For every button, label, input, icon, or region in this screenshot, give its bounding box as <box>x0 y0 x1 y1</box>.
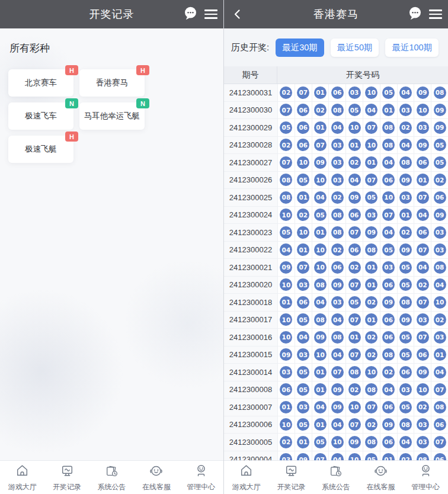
number-cell: 04 <box>312 189 329 206</box>
result-ball: 05 <box>399 331 412 344</box>
result-ball: 03 <box>434 243 446 256</box>
result-ball: 07 <box>365 121 377 134</box>
nav-item-在线客服[interactable]: 在线客服 <box>134 461 178 494</box>
number-cell: 04 <box>328 119 345 136</box>
number-cell: 08 <box>328 207 345 224</box>
number-cell: 09 <box>414 364 431 381</box>
chat-icon[interactable] <box>407 5 423 24</box>
nav-item-管理中心[interactable]: 管理中心 <box>403 461 448 494</box>
menu-icon[interactable] <box>429 9 442 19</box>
result-ball: 10 <box>314 348 327 361</box>
number-cell: 10 <box>277 207 295 224</box>
nav-item-系统公告[interactable]: 系统公告 <box>89 461 134 494</box>
nav-label: 在线客服 <box>142 482 171 492</box>
result-ball: 06 <box>417 156 429 169</box>
nav-item-开奖记录[interactable]: 开奖记录 <box>269 461 314 494</box>
nav-item-游戏大厅[interactable]: 游戏大厅 <box>224 461 269 494</box>
result-ball: 03 <box>297 278 309 291</box>
result-ball: 07 <box>297 261 309 274</box>
nav-item-开奖记录[interactable]: 开奖记录 <box>44 461 89 494</box>
number-cell: 10 <box>345 451 363 461</box>
result-ball: 10 <box>280 208 292 221</box>
number-cell: 10 <box>363 137 380 154</box>
result-ball: 01 <box>365 313 377 326</box>
result-ball: 04 <box>280 243 292 256</box>
result-ball: 02 <box>417 401 429 413</box>
game-card-马耳他幸运飞艇[interactable]: 马耳他幸运飞艇N <box>79 102 145 130</box>
game-card-北京赛车[interactable]: 北京赛车H <box>8 69 73 97</box>
nav-item-管理中心[interactable]: 管理中心 <box>179 461 223 494</box>
result-ball: 02 <box>417 278 429 291</box>
result-ball: 05 <box>399 401 412 413</box>
filter-button-最近30期[interactable]: 最近30期 <box>276 39 324 57</box>
result-ball: 01 <box>365 156 377 169</box>
number-cell: 02 <box>328 189 345 206</box>
table-row: 241230003102070106031005040908 <box>224 84 448 102</box>
result-ball: 10 <box>297 156 309 169</box>
filter-button-最近100期[interactable]: 最近100期 <box>385 39 439 57</box>
number-cell: 04 <box>295 329 312 346</box>
number-cell: 08 <box>277 172 295 189</box>
number-cell: 04 <box>380 154 397 171</box>
nav-item-游戏大厅[interactable]: 游戏大厅 <box>0 461 44 494</box>
number-cell: 09 <box>295 451 312 461</box>
number-cell: 02 <box>328 242 345 259</box>
result-ball: 03 <box>280 366 292 378</box>
result-ball: 06 <box>382 436 395 448</box>
menu-icon[interactable] <box>204 9 217 19</box>
number-cell: 07 <box>380 207 397 224</box>
result-ball: 10 <box>417 104 429 116</box>
issue-cell: 2412300029 <box>224 119 277 136</box>
table-header: 期号 开奖号码 <box>224 66 448 84</box>
result-ball: 10 <box>314 174 327 186</box>
result-ball: 03 <box>331 139 344 151</box>
result-ball: 09 <box>348 191 361 204</box>
left-header: 开奖记录 <box>0 0 223 28</box>
number-cell: 01 <box>312 381 329 399</box>
number-cell: 10 <box>277 277 295 294</box>
number-cell: 05 <box>397 259 414 276</box>
game-card-香港赛马[interactable]: 香港赛马H <box>79 69 145 97</box>
result-ball: 01 <box>297 436 309 448</box>
result-ball: 10 <box>280 331 292 344</box>
number-cell: 10 <box>345 399 363 416</box>
result-ball: 06 <box>417 226 429 239</box>
result-ball: 03 <box>348 86 361 99</box>
table-row: 241230001509031004070208050601 <box>224 347 448 364</box>
result-ball: 02 <box>331 243 344 256</box>
nav-label: 开奖记录 <box>277 482 305 492</box>
result-ball: 04 <box>348 174 361 186</box>
number-cell: 10 <box>328 434 345 451</box>
history-filter-bar: 历史开奖: 最近30期最近50期最近100期 <box>224 28 448 66</box>
number-cell: 09 <box>380 294 397 311</box>
chat-icon[interactable] <box>183 5 199 24</box>
result-ball: 01 <box>297 191 309 204</box>
table-row: 241230000701030409100706050208 <box>224 399 448 416</box>
game-card-极速飞艇[interactable]: 极速飞艇H <box>8 136 73 163</box>
number-cell: 03 <box>414 416 431 434</box>
result-ball: 09 <box>399 243 412 256</box>
number-cell: 09 <box>397 172 414 189</box>
nav-label: 在线客服 <box>367 482 395 492</box>
result-ball: 10 <box>331 436 344 448</box>
result-ball: 01 <box>280 401 292 413</box>
number-cell: 08 <box>328 224 345 241</box>
number-cell: 02 <box>397 451 414 461</box>
result-ball: 04 <box>382 383 395 396</box>
number-cell: 07 <box>295 259 312 276</box>
filter-button-最近50期[interactable]: 最近50期 <box>331 39 379 57</box>
number-cell: 05 <box>277 119 295 136</box>
game-card-极速飞车[interactable]: 极速飞车N <box>8 102 73 130</box>
number-cell: 04 <box>328 347 345 364</box>
number-cell: 10 <box>277 312 295 329</box>
back-icon[interactable] <box>228 0 248 28</box>
results-table[interactable]: 2412300031020701060310050409082412300030… <box>224 84 448 460</box>
result-ball: 08 <box>399 296 412 309</box>
number-cell: 10 <box>414 102 431 119</box>
nav-item-在线客服[interactable]: 在线客服 <box>359 461 404 494</box>
result-ball: 08 <box>365 383 377 396</box>
nav-item-系统公告[interactable]: 系统公告 <box>313 461 359 494</box>
result-ball: 08 <box>365 243 377 256</box>
table-row: 241230001710050804070106090302 <box>224 312 448 329</box>
number-cell: 04 <box>328 416 345 434</box>
